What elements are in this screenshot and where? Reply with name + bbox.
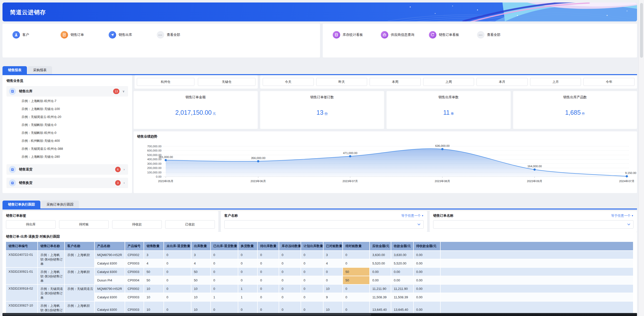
chevron-down-icon [418, 223, 420, 225]
table-cell: 3,630.00 [391, 251, 414, 259]
table-cell: 0 [343, 259, 370, 268]
tab-purchase-order-tracking[interactable]: 采购订单执行跟踪 [41, 200, 79, 208]
list-item[interactable]: 示例：上海帆软-杭州仓-7 [6, 97, 128, 105]
order-tracking-table-card: 销售订单-出库-退换货-对账执行跟踪 销售订单编号销售订单名称客户名称产品名称产… [2, 232, 637, 316]
order-name-filter-card: 销售订单名称 等于任意一个▼ [430, 211, 637, 232]
nav-item-sales-order[interactable]: 销售订单 [60, 31, 109, 39]
list-item[interactable]: 示例：无锡简道云-杭州仓-20 [6, 113, 128, 121]
list-item[interactable]: 示例：上海帆软-无锡仓-100 [6, 105, 128, 113]
chevron-down-icon[interactable]: ∨ [122, 90, 124, 93]
nav-item-sales-outbound[interactable]: 销售出库 [109, 31, 157, 39]
order-no-cell: XSDD230918-02 [6, 285, 38, 302]
tab-purchase-report[interactable]: 采购报表 [28, 66, 52, 74]
date-filter-button[interactable]: 昨天 [316, 78, 367, 86]
nav-item-sales-order-dashboard[interactable]: 销售订单看板 [429, 31, 477, 39]
date-filter-button[interactable]: 上周 [423, 78, 474, 86]
customer-filter-card: 客户名称 等于任意一个▼ [221, 211, 427, 232]
nav-label: 客户 [22, 33, 29, 37]
vertical-scrollbar[interactable] [638, 0, 644, 316]
table-cell: CP0003 [125, 293, 144, 302]
table-cell: 11,211.90 [370, 285, 391, 293]
table-cell: 0 [238, 251, 258, 259]
date-filter-button[interactable]: 今天 [263, 78, 314, 86]
app-title: 简道云进销存 [10, 8, 46, 16]
nav-item-view-all[interactable]: ··· 查看全部 [157, 31, 205, 39]
operator-dropdown[interactable]: 等于任意一个▼ [401, 213, 424, 218]
list-item[interactable]: 示例：无锡帆软-杭州仓-0 [6, 129, 128, 137]
kpi-unit: 元 [212, 112, 216, 116]
nav-item-inventory-dashboard[interactable]: 库存统计看板 [333, 31, 381, 39]
table-cell: 0 [164, 268, 192, 276]
table-cell: 0 [258, 293, 279, 302]
order-tag-button[interactable]: 已收款 [165, 220, 215, 229]
quick-nav-left: 客户 销售订单 销售出库 ··· 查看全部 [2, 24, 320, 57]
table-row: Dusun Pi4CP000450050000000500.000.000.00 [6, 276, 634, 285]
nav-label: 查看全部 [487, 33, 500, 37]
sidebar-group-sales-return[interactable]: 销售退货 6 › [6, 164, 128, 175]
sidebar-group-sales-exchange[interactable]: 销售换货 3 › [6, 178, 128, 188]
nav-item-customer[interactable]: 客户 [12, 31, 60, 39]
scrollbar-thumb[interactable] [640, 3, 643, 58]
table-header-row: 销售订单编号销售订单名称客户名称产品名称产品编号销售数量未出库-退货数量出库数量… [6, 242, 634, 251]
nav-item-view-all[interactable]: ··· 查看全部 [477, 31, 525, 39]
order-tag-button[interactable]: 待收款 [112, 220, 162, 229]
table-cell: 0 [258, 285, 279, 293]
more-icon: ··· [477, 31, 484, 39]
nav-label: 查看全部 [167, 33, 180, 37]
svg-text:2023年09月: 2023年09月 [527, 180, 542, 183]
customer-select[interactable] [224, 220, 424, 229]
column-header: 销售订单名称 [38, 242, 65, 251]
date-filter-button[interactable]: 本月 [476, 78, 528, 86]
table-cell: 0.00 [414, 268, 441, 276]
sidebar-group-sales-outbound[interactable]: 销售出库 13 ∨ [6, 86, 128, 97]
date-filter-button[interactable]: 今年 [584, 78, 634, 86]
list-item[interactable]: 示例：无锡帆软-无锡仓-0 [6, 121, 128, 129]
more-icon: ··· [157, 31, 164, 39]
table-cell-filler [441, 268, 634, 276]
order-tag-button[interactable]: 待出库 [6, 220, 56, 229]
chevron-right-icon[interactable]: › [124, 181, 124, 185]
column-header: 已出库-退货数量 [211, 242, 238, 251]
warehouse-filter-button[interactable]: 杭州仓 [137, 78, 194, 86]
table-title: 销售订单-出库-退换货-对账执行跟踪 [6, 234, 634, 239]
order-tag-button[interactable]: 待对账 [59, 220, 109, 229]
svg-text:100,000.00: 100,000.00 [147, 171, 162, 174]
table-cell: 50 [192, 276, 211, 285]
column-header: 出库数量 [192, 242, 211, 251]
operator-dropdown[interactable]: 等于任意一个▼ [611, 213, 634, 218]
tab-sales-order-tracking[interactable]: 销售订单执行跟踪 [2, 200, 40, 208]
table-cell: 0 [211, 268, 238, 276]
list-item[interactable]: 示例：杭州帆软-无锡仓-400 [6, 137, 128, 145]
tab-sales-report[interactable]: 销售报表 [2, 66, 27, 74]
table-cell: 4 [192, 259, 211, 268]
column-header: 未出库-退货数量 [164, 242, 192, 251]
order-name-select[interactable] [433, 220, 634, 229]
order-tag-filter-card: 销售订单标签 待出库待对账待收款已收款 [2, 211, 218, 232]
date-filter-button[interactable]: 本周 [370, 78, 421, 86]
warehouse-filter-button[interactable]: 无锡仓 [198, 78, 256, 86]
table-cell: 0 [343, 285, 370, 293]
chart-title: 销售业绩趋势 [137, 134, 157, 139]
table-cell: MQM8790-HS2R [95, 285, 125, 293]
table-cell: 0 [211, 251, 238, 259]
list-item[interactable]: 示例：上海帆软-无锡仓-280 [6, 153, 128, 161]
svg-text:600,000.00: 600,000.00 [147, 149, 162, 152]
chevron-down-icon [627, 223, 630, 225]
table-cell: 0 [301, 285, 324, 293]
column-header: 应收金额/元 [370, 242, 391, 251]
table-cell: Catalyst 8300 [95, 259, 125, 268]
table-cell: CP0003 [125, 259, 144, 268]
list-item[interactable]: 示例：无锡简道云-杭州仓-388 [6, 145, 128, 153]
table-cell: 10 [192, 293, 211, 302]
table-cell: 0 [258, 251, 279, 259]
badge: 3 [115, 180, 121, 186]
chevron-right-icon[interactable]: › [124, 168, 124, 171]
nav-label: 供应商信息查询 [391, 33, 414, 37]
scrollbar-thumb[interactable] [3, 314, 371, 316]
date-filter-button[interactable]: 上月 [530, 78, 581, 86]
svg-text:700,000.00: 700,000.00 [147, 145, 162, 148]
nav-item-supplier-query[interactable]: 供应商信息查询 [381, 31, 429, 39]
kpi-title: 销售出库单数 [386, 95, 511, 100]
column-header: 待对账数量 [343, 242, 370, 251]
horizontal-scrollbar[interactable] [2, 313, 637, 316]
